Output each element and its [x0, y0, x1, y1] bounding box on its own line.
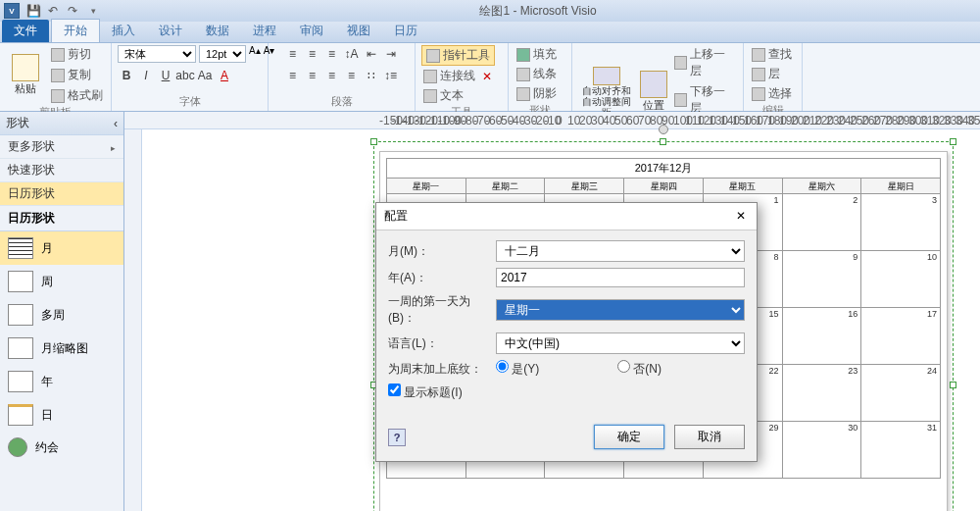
tab-data[interactable]: 数据 — [194, 20, 241, 42]
group-paragraph: ≡ ≡ ≡ ↕A ⇤ ⇥ ≡ ≡ ≡ ≡ ∷ ↕≡ 段落 — [269, 43, 416, 111]
ruler-horizontal: -150-140-130-120-110-100-90-80-70-60-50-… — [124, 112, 980, 129]
align-bot-icon[interactable]: ≡ — [323, 45, 341, 63]
shape-week[interactable]: 周 — [0, 265, 123, 298]
cancel-button[interactable]: 取消 — [674, 425, 745, 449]
tab-design[interactable]: 设计 — [147, 20, 194, 42]
connector-tool-button[interactable]: 连接线✕ — [421, 67, 494, 85]
underline-button[interactable]: U — [157, 67, 174, 84]
year-input[interactable] — [496, 268, 745, 287]
grow-font-icon[interactable]: A▴ — [249, 45, 261, 63]
layer-icon — [752, 68, 765, 81]
pointer-tool-button[interactable]: 指针工具 — [421, 45, 495, 66]
bold-button[interactable]: B — [118, 67, 135, 84]
line-button[interactable]: 线条 — [514, 65, 559, 83]
case-button[interactable]: Aa — [196, 67, 214, 84]
shapes-header[interactable]: 形状‹ — [0, 112, 123, 135]
tab-view[interactable]: 视图 — [335, 20, 382, 42]
calendar-shapes-item[interactable]: 日历形状 — [0, 182, 123, 206]
format-painter-button[interactable]: 格式刷 — [49, 86, 105, 105]
shape-multiweek[interactable]: 多周 — [0, 298, 123, 332]
resize-handle-n[interactable] — [660, 138, 666, 145]
delete-connector-icon[interactable]: ✕ — [482, 70, 492, 83]
position-button[interactable]: 位置 — [638, 67, 668, 118]
align-mid-icon[interactable]: ≡ — [304, 45, 321, 63]
align-top-icon[interactable]: ≡ — [284, 45, 302, 63]
shadow-icon — [516, 87, 530, 101]
year-icon — [8, 371, 33, 392]
ribbon-tabs: 文件 开始 插入 设计 数据 进程 审阅 视图 日历 — [0, 22, 980, 43]
bullets-icon[interactable]: ∷ — [363, 67, 380, 84]
text-tool-button[interactable]: 文本 — [421, 86, 466, 105]
shape-day[interactable]: 日 — [0, 398, 123, 432]
strike-button[interactable]: abc — [176, 67, 194, 84]
chevron-right-icon — [111, 140, 116, 154]
save-icon[interactable]: 💾 — [25, 3, 41, 19]
justify-icon[interactable]: ≡ — [343, 67, 361, 84]
font-size-select[interactable]: 12pt — [199, 45, 246, 63]
select-button[interactable]: 选择 — [750, 84, 794, 103]
align-left-icon[interactable]: ≡ — [284, 67, 302, 84]
tab-process[interactable]: 进程 — [241, 20, 288, 42]
dialog-titlebar[interactable]: 配置 ✕ — [376, 203, 757, 230]
indent-inc-icon[interactable]: ⇥ — [382, 45, 400, 63]
tab-file[interactable]: 文件 — [2, 20, 49, 42]
shade-yes-input[interactable] — [496, 360, 509, 373]
firstday-select[interactable]: 星期一 — [496, 299, 745, 321]
showtitle-input[interactable] — [388, 383, 401, 396]
redo-icon[interactable]: ↷ — [65, 3, 80, 19]
title-bar: V 💾 ↶ ↷ 绘图1 - Microsoft Visio — [0, 0, 980, 22]
app-icon: V — [4, 3, 20, 19]
month-select[interactable]: 十二月 — [496, 240, 745, 262]
bring-forward-button[interactable]: 上移一层 — [672, 45, 737, 80]
line-icon — [516, 68, 530, 81]
paste-button[interactable]: 粘贴 — [6, 50, 45, 101]
auto-align-button[interactable]: 自动对齐和自动调整间距 — [578, 67, 634, 118]
shape-appointment[interactable]: 约会 — [0, 432, 123, 463]
tab-home[interactable]: 开始 — [51, 19, 100, 42]
resize-handle-ne[interactable] — [950, 138, 956, 145]
showtitle-checkbox[interactable]: 显示标题(I) — [388, 383, 496, 401]
day-icon — [8, 404, 33, 426]
close-icon[interactable]: ✕ — [733, 208, 749, 224]
shapes-pane: 形状‹ 更多形状 快速形状 日历形状 日历形状 月 周 多周 月缩略图 年 日 … — [0, 112, 124, 511]
language-select[interactable]: 中文(中国) — [496, 332, 745, 354]
tab-review[interactable]: 审阅 — [288, 20, 335, 42]
spacing-icon[interactable]: ↕≡ — [382, 67, 400, 84]
chevron-left-icon[interactable]: ‹ — [114, 117, 118, 130]
orientation-icon[interactable]: ↕A — [343, 45, 361, 63]
quick-shapes-item[interactable]: 快速形状 — [0, 159, 123, 182]
indent-dec-icon[interactable]: ⇤ — [363, 45, 380, 63]
shade-no-radio[interactable]: 否(N) — [617, 360, 725, 378]
resize-handle-nw[interactable] — [370, 138, 377, 145]
font-color-button[interactable]: A — [216, 67, 233, 84]
shape-month[interactable]: 月 — [0, 231, 123, 265]
font-family-select[interactable]: 宋体 — [118, 45, 196, 63]
more-shapes-item[interactable]: 更多形状 — [0, 135, 123, 159]
group-edit: 查找 层 选择 编辑 — [744, 43, 803, 111]
resize-handle-e[interactable] — [950, 382, 956, 388]
cut-button[interactable]: 剪切 — [49, 45, 105, 64]
rotate-handle[interactable] — [659, 125, 668, 134]
tab-calendar[interactable]: 日历 — [382, 20, 429, 42]
copy-button[interactable]: 复制 — [49, 66, 105, 84]
qat-more-icon[interactable] — [84, 3, 100, 19]
align-right-icon[interactable]: ≡ — [323, 67, 341, 84]
layer-button[interactable]: 层 — [750, 65, 782, 83]
tab-insert[interactable]: 插入 — [100, 20, 147, 42]
shape-year[interactable]: 年 — [0, 365, 123, 398]
cut-label: 剪切 — [68, 46, 91, 63]
shadow-button[interactable]: 阴影 — [514, 84, 559, 103]
align-center-icon[interactable]: ≡ — [304, 67, 321, 84]
text-icon — [423, 89, 437, 103]
shape-year-label: 年 — [41, 374, 53, 390]
find-button[interactable]: 查找 — [750, 45, 794, 64]
help-button[interactable]: ? — [388, 429, 406, 446]
fill-button[interactable]: 填充 — [514, 45, 559, 64]
shade-no-input[interactable] — [617, 360, 630, 373]
undo-icon[interactable]: ↶ — [45, 3, 61, 19]
ok-button[interactable]: 确定 — [594, 425, 664, 449]
shade-yes-radio[interactable]: 是(Y) — [496, 360, 604, 378]
fill-icon — [516, 48, 530, 62]
italic-button[interactable]: I — [137, 67, 155, 84]
shape-month-thumb[interactable]: 月缩略图 — [0, 332, 123, 365]
